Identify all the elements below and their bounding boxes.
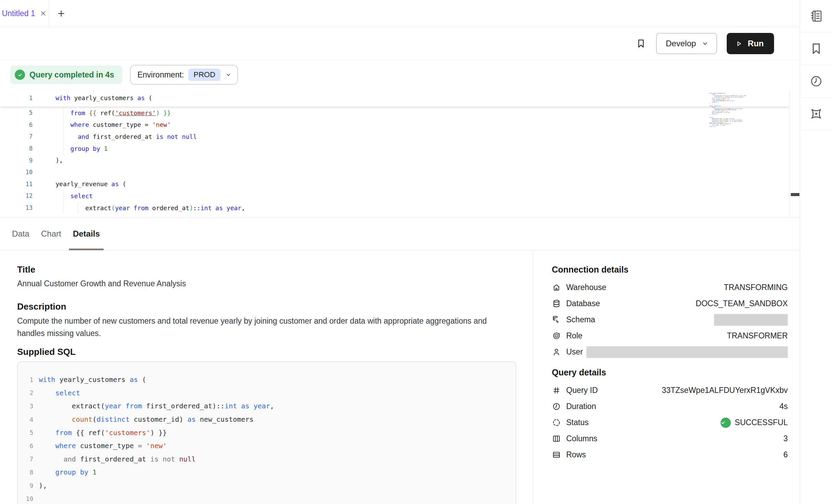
line-number: 2 <box>18 389 33 396</box>
redacted-value <box>714 314 788 326</box>
indent-guide <box>63 202 63 214</box>
title-value: Annual Customer Growth and Revenue Analy… <box>17 278 516 289</box>
result-tabs: DataChartDetails <box>0 217 799 250</box>
code-line: 5 from {{ ref('customers') }} <box>18 426 515 439</box>
query-status-pill: Query completed in 4s <box>10 65 122 84</box>
success-check-icon <box>721 418 731 428</box>
columns-icon <box>552 434 561 443</box>
code-text: from {{ ref('customers') }} <box>36 109 171 117</box>
title-heading: Title <box>17 264 516 275</box>
query-details-rows: Query ID33TZseWpe1ALFDUYerxR1gVKxbvDurat… <box>552 382 788 463</box>
line-number: 10 <box>0 169 36 176</box>
row-label: Schema <box>566 315 595 324</box>
canvas-icon <box>809 107 823 121</box>
row-label: Rows <box>566 450 586 459</box>
row-warehouse: WarehouseTRANSFORMING <box>552 279 788 296</box>
line-number: 7 <box>18 455 33 463</box>
indent-guide <box>78 202 78 214</box>
row-label: Columns <box>566 434 597 443</box>
indent-guide <box>63 107 63 119</box>
row-label: Query ID <box>566 386 598 395</box>
row-status: StatusSUCCESSFUL <box>552 415 788 431</box>
run-label: Run <box>748 39 764 48</box>
row-label: User <box>566 347 583 357</box>
row-value: SUCCESSFUL <box>721 418 788 428</box>
row-label: Warehouse <box>566 283 606 292</box>
rail-button-notebook[interactable] <box>800 0 832 33</box>
code-text: where customer_type = 'new' <box>33 442 167 450</box>
code-line: 6 where customer_type = 'new' <box>18 439 515 453</box>
row-value: DOCS_TEAM_SANDBOX <box>696 299 788 308</box>
indent-guide <box>63 119 63 131</box>
close-tab-icon[interactable] <box>39 10 47 17</box>
new-tab-icon[interactable] <box>57 9 66 18</box>
bookmark-icon[interactable] <box>635 38 646 49</box>
rail-button-bookmark[interactable] <box>800 33 832 65</box>
line-number: 9 <box>18 482 33 489</box>
code-text: group by 1 <box>36 145 108 152</box>
model-ref-link[interactable]: 'customers' <box>115 109 156 117</box>
line-number: 1 <box>18 376 33 383</box>
code-text: select <box>36 192 93 200</box>
details-section: Title Annual Customer Growth and Revenue… <box>0 250 799 504</box>
line-number: 1 <box>0 95 36 101</box>
line-number: 9 <box>0 157 36 164</box>
connection-query-panel: Connection details WarehouseTRANSFORMING… <box>533 250 799 504</box>
role-icon <box>552 331 561 340</box>
description-heading: Description <box>17 301 516 312</box>
scrollbar-thumb[interactable] <box>791 193 799 196</box>
sql-editor[interactable]: 5 from {{ ref('customers') }}6 where cus… <box>0 89 799 217</box>
chevron-down-icon <box>701 40 709 47</box>
code-line: 4 count(distinct customer_id) as new_cus… <box>18 413 515 426</box>
redacted-value <box>586 346 788 358</box>
editor-scrollbar[interactable] <box>789 89 799 217</box>
tab-details[interactable]: Details <box>67 217 106 250</box>
supplied-sql-heading: Supplied SQL <box>17 346 516 357</box>
chevron-down-icon <box>225 71 232 78</box>
line-number: 12 <box>0 192 36 199</box>
main-area: Untitled 1 Develop Run Query completed i… <box>0 0 799 504</box>
environment-label: Environment: <box>138 70 184 80</box>
right-icon-rail <box>800 0 832 504</box>
bookmark-icon <box>809 41 823 56</box>
rail-button-history[interactable] <box>800 65 832 98</box>
code-line: 7 and first_ordered_at is not null <box>18 453 515 466</box>
tab-untitled-1[interactable]: Untitled 1 <box>0 0 49 27</box>
tab-title: Untitled 1 <box>2 9 35 18</box>
row-value: 6 <box>783 450 788 459</box>
rail-button-canvas[interactable] <box>800 98 832 130</box>
row-columns: Columns3 <box>552 431 788 447</box>
line-number: 13 <box>0 204 36 211</box>
line-number: 8 <box>18 469 33 476</box>
code-text: select <box>33 389 80 397</box>
code-line: 10 <box>18 492 515 504</box>
row-label: Database <box>566 299 600 308</box>
develop-button[interactable]: Develop <box>656 33 717 54</box>
line-number: 8 <box>0 145 36 152</box>
notebook-icon <box>809 9 823 23</box>
row-role: RoleTRANSFORMER <box>552 328 788 344</box>
check-circle-icon <box>15 70 25 80</box>
tab-chart[interactable]: Chart <box>35 217 67 250</box>
details-panel: Title Annual Customer Growth and Revenue… <box>0 250 533 504</box>
run-button[interactable]: Run <box>727 33 774 54</box>
code-text: group by 1 <box>33 468 97 476</box>
code-text: and first_ordered_at is not null <box>33 455 196 463</box>
indent-guide <box>63 131 63 143</box>
code-text: extract(year from first_ordered_at)::int… <box>33 402 274 410</box>
row-duration: Duration4s <box>552 398 788 415</box>
editor-minimap[interactable]: with yearly_customers as ( select extrac… <box>709 93 778 127</box>
code-text: count(distinct customer_id) as new_custo… <box>33 415 253 423</box>
code-line: 1with yearly_customers as ( <box>0 89 789 107</box>
row-database: DatabaseDOCS_TEAM_SANDBOX <box>552 296 788 312</box>
sql-ide-app: Untitled 1 Develop Run Query completed i… <box>0 0 832 504</box>
environment-select[interactable]: Environment: PROD <box>130 65 238 85</box>
tab-data[interactable]: Data <box>6 217 35 250</box>
row-label: Status <box>566 418 589 427</box>
connection-details-heading: Connection details <box>552 265 788 275</box>
code-text: where customer_type = 'new' <box>36 121 171 128</box>
line-number: 3 <box>18 403 33 410</box>
hash-icon <box>552 386 561 395</box>
code-text: from {{ ref('customers') }} <box>33 429 167 437</box>
row-label: Role <box>566 331 582 340</box>
